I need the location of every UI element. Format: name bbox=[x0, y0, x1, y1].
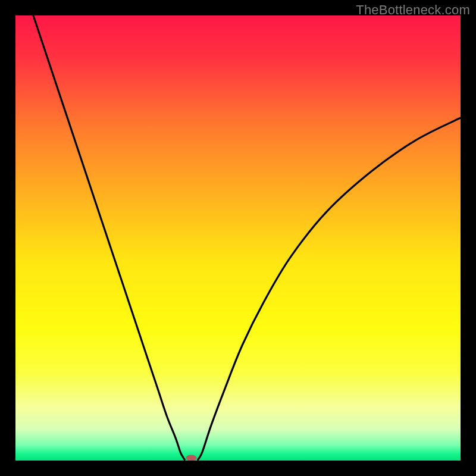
bottleneck-chart bbox=[15, 15, 461, 461]
chart-background bbox=[15, 15, 461, 461]
chart-frame bbox=[15, 15, 461, 461]
watermark-label: TheBottleneck.com bbox=[356, 2, 470, 18]
